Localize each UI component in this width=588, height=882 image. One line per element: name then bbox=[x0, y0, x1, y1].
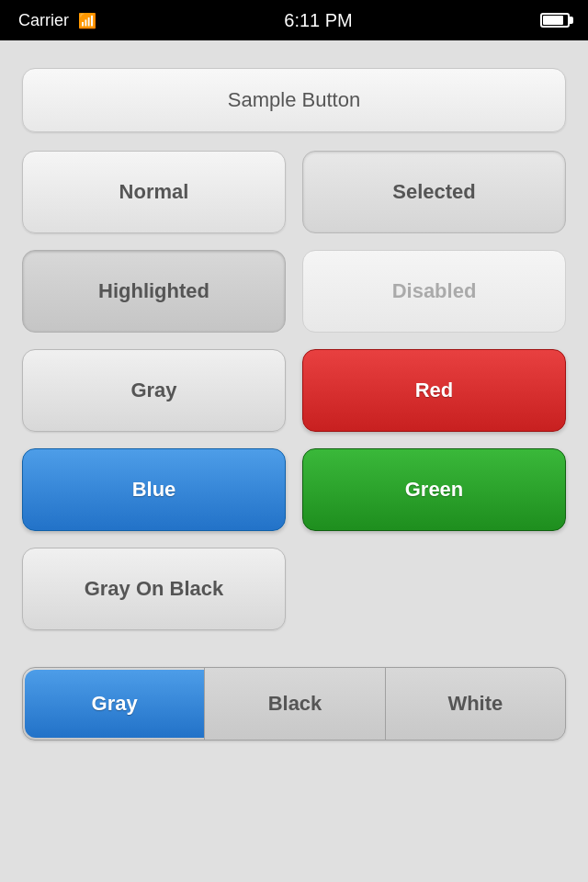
disabled-button: Disabled bbox=[302, 250, 566, 333]
red-button[interactable]: Red bbox=[302, 349, 566, 432]
green-button[interactable]: Green bbox=[302, 448, 566, 531]
selected-button[interactable]: Selected bbox=[302, 151, 566, 233]
state-row-1: Normal Selected bbox=[22, 151, 566, 233]
button-grid: Normal Selected Highlighted Disabled Gra… bbox=[22, 151, 566, 630]
main-content: Sample Button Normal Selected Highlighte… bbox=[0, 40, 588, 763]
normal-button[interactable]: Normal bbox=[22, 151, 286, 233]
battery-icon bbox=[540, 13, 570, 28]
blue-button[interactable]: Blue bbox=[22, 448, 286, 531]
highlighted-button[interactable]: Highlighted bbox=[22, 250, 286, 333]
carrier-label: Carrier bbox=[18, 11, 69, 30]
gray-button[interactable]: Gray bbox=[22, 349, 286, 432]
color-row-2: Blue Green bbox=[22, 448, 566, 531]
segmented-control[interactable]: Gray Black White bbox=[22, 667, 566, 741]
time-label: 6:11 PM bbox=[284, 10, 352, 31]
gray-on-black-button[interactable]: Gray On Black bbox=[22, 548, 286, 630]
color-row-1: Gray Red bbox=[22, 349, 566, 432]
state-row-2: Highlighted Disabled bbox=[22, 250, 566, 333]
segment-gray[interactable]: Gray bbox=[25, 670, 204, 738]
color-row-3: Gray On Black bbox=[22, 548, 566, 630]
sample-button[interactable]: Sample Button bbox=[22, 68, 566, 132]
status-bar: Carrier 📶 6:11 PM bbox=[0, 0, 588, 40]
segment-white[interactable]: White bbox=[385, 668, 565, 740]
wifi-icon: 📶 bbox=[78, 12, 96, 29]
segment-black[interactable]: Black bbox=[204, 668, 384, 740]
